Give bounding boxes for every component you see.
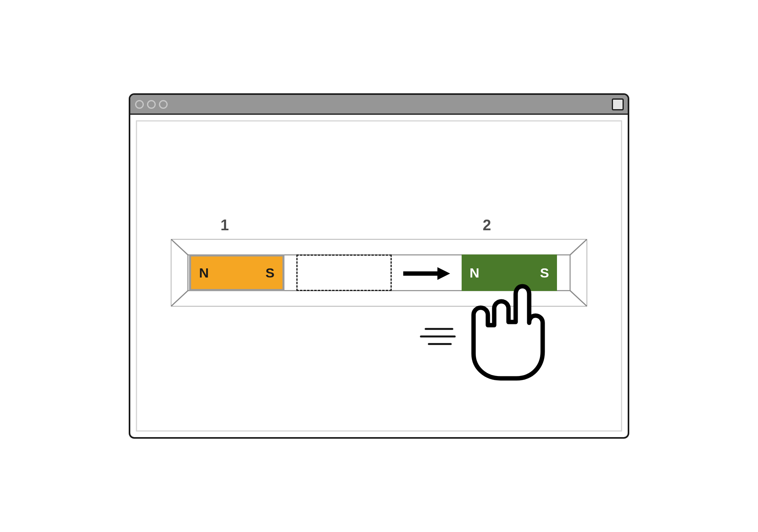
window-close-dot[interactable]	[135, 100, 144, 109]
title-bar	[130, 95, 628, 115]
svg-line-9	[570, 291, 587, 306]
magnet-2-ghost-position	[296, 254, 392, 291]
magnet-1-south-pole: S	[265, 265, 275, 281]
magnet-2-label: 2	[483, 217, 491, 234]
svg-marker-0	[171, 239, 587, 255]
magnet-1-label: 1	[220, 217, 229, 234]
browser-window: 1 2 N S	[129, 93, 629, 439]
content-area: 1 2 N S	[130, 115, 628, 437]
svg-marker-11	[437, 267, 450, 280]
window-controls	[135, 100, 168, 109]
window-zoom-dot[interactable]	[159, 100, 168, 109]
window-minimize-dot[interactable]	[147, 100, 156, 109]
svg-line-8	[171, 291, 188, 306]
motion-lines-icon	[420, 328, 456, 351]
direction-arrow-icon	[402, 267, 450, 280]
svg-line-6	[171, 239, 188, 255]
inner-frame: 1 2 N S	[136, 120, 622, 432]
svg-line-7	[570, 239, 587, 255]
magnet-1[interactable]: N S	[189, 254, 284, 291]
magnet-1-north-pole: N	[199, 265, 209, 281]
hand-pointer-icon	[457, 278, 560, 382]
window-maximize-button[interactable]	[612, 98, 624, 110]
